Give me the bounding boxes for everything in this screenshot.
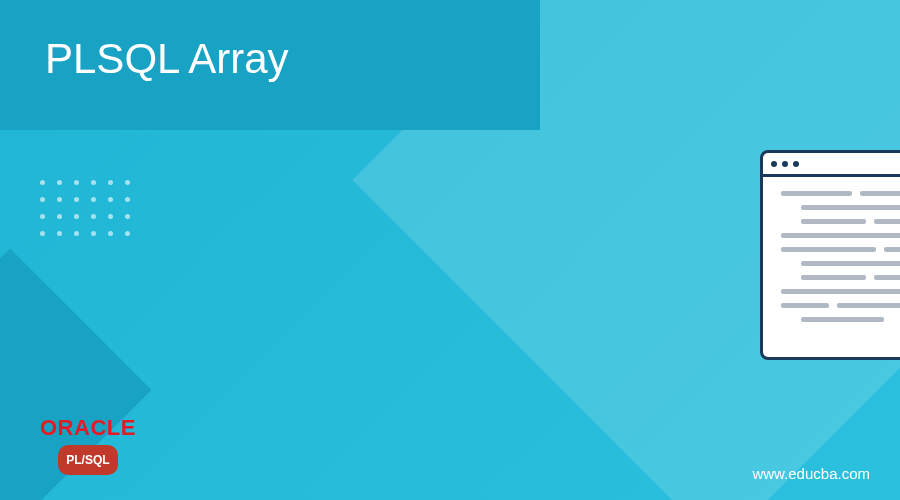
plsql-badge: PL/SQL: [58, 445, 118, 475]
decor-dots: [40, 180, 130, 248]
window-titlebar: [763, 153, 900, 177]
code-window-light: [760, 150, 900, 360]
banner-canvas: PLSQL Array: [0, 0, 900, 500]
footer-url: www.educba.com: [752, 465, 870, 482]
page-title: PLSQL Array: [45, 35, 289, 83]
oracle-plsql-logo: ORACLE PL/SQL: [40, 415, 136, 475]
oracle-brand-text: ORACLE: [40, 415, 136, 441]
